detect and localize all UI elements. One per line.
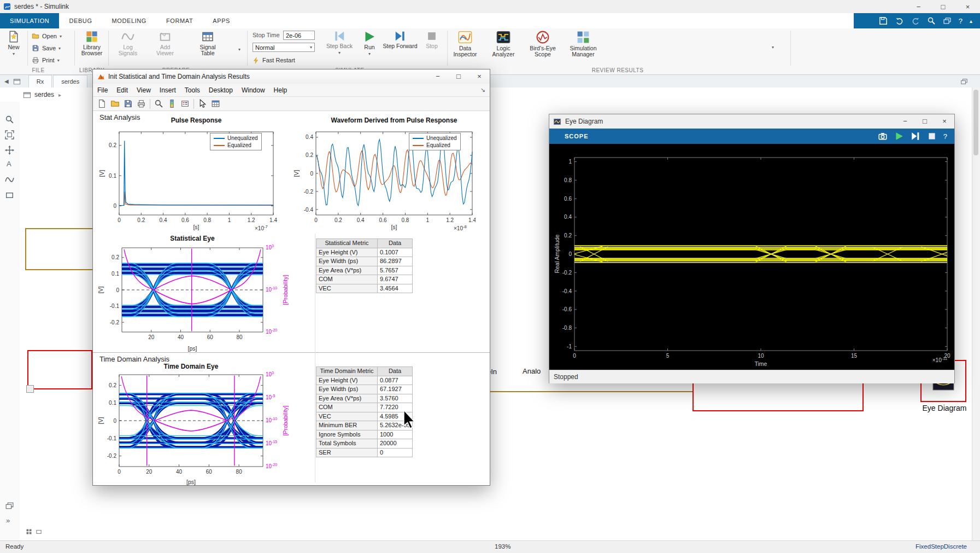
signal-line[interactable] (489, 391, 693, 392)
zoom-tool-icon[interactable] (154, 99, 163, 108)
menu-window[interactable]: Window (242, 86, 265, 94)
minimize-button[interactable]: − (906, 0, 931, 13)
maximize-button[interactable]: □ (931, 0, 955, 13)
table-cell[interactable]: 0 (378, 449, 413, 458)
menu-desktop[interactable]: Desktop (209, 86, 233, 94)
save-icon[interactable] (878, 16, 888, 26)
dialog-close-button[interactable]: × (469, 69, 490, 83)
new-button[interactable]: New ▾ (2, 30, 25, 56)
new-figure-icon[interactable] (97, 99, 107, 108)
scope-run-icon[interactable] (894, 131, 904, 141)
pointer-tool-icon[interactable] (198, 99, 207, 108)
scope-close-button[interactable]: × (935, 114, 954, 127)
open-file-icon[interactable] (110, 99, 120, 108)
table-cell[interactable]: COM (316, 275, 378, 284)
save-button[interactable]: Save ▾ (32, 43, 61, 53)
table-cell[interactable]: Eye Width (ps) (316, 385, 378, 394)
table-cell[interactable]: Eye Area (V*ps) (316, 266, 378, 276)
annotation-icon[interactable]: A (7, 160, 11, 168)
table-cell[interactable]: VEC (316, 284, 378, 294)
undo-icon[interactable] (895, 16, 904, 25)
scope-minimize-button[interactable]: − (895, 114, 915, 127)
table-cell[interactable]: Eye Width (ps) (316, 257, 378, 266)
prepare-gallery-caret-icon[interactable]: ▾ (238, 47, 240, 52)
table-cell[interactable]: Eye Height (V) (316, 248, 378, 258)
table-row[interactable]: Eye Area (V*ps)3.5760 (316, 394, 413, 404)
simulation-manager-button[interactable]: Simulation Manager (566, 30, 600, 57)
table-cell[interactable]: Ignore Symbols (316, 430, 378, 440)
table-cell[interactable]: 20000 (378, 439, 413, 449)
table-cell[interactable]: Minimum BER (316, 421, 378, 430)
menu-view[interactable]: View (137, 86, 151, 94)
step-forward-button[interactable]: Step Forward (383, 30, 418, 49)
data-table-icon[interactable] (211, 99, 220, 108)
table-cell[interactable]: 86.2897 (378, 257, 413, 266)
nav-back-icon[interactable]: ◀ (4, 78, 9, 84)
expand-chevrons-icon[interactable]: » (6, 516, 10, 525)
fit-to-view-icon[interactable] (5, 130, 14, 139)
insert-colorbar-icon[interactable] (167, 99, 177, 108)
ribbon-more-caret-icon[interactable]: ▾ (772, 45, 774, 50)
close-button[interactable]: × (955, 0, 980, 13)
signal-table-button[interactable]: Signal Table (192, 30, 223, 56)
tab-list-icon[interactable] (960, 78, 968, 85)
doc-tab-rx[interactable]: Rx (28, 75, 52, 88)
log-signals-button[interactable]: Log Signals (114, 30, 142, 56)
library-browser-button[interactable]: Library Browser (78, 30, 106, 56)
table-cell[interactable]: 1000 (378, 430, 413, 440)
stop-button[interactable]: Stop (421, 30, 443, 49)
insert-legend-icon[interactable] (180, 99, 190, 108)
table-cell[interactable]: COM (316, 403, 378, 412)
menu-edit[interactable]: Edit (116, 86, 128, 94)
scope-help-icon[interactable]: ? (943, 132, 948, 141)
tab-simulation[interactable]: SIMULATION (0, 13, 59, 28)
print-figure-icon[interactable] (137, 99, 146, 108)
solver-name[interactable]: FixedStepDiscrete (916, 543, 967, 550)
menu-tools[interactable]: Tools (185, 86, 200, 94)
table-cell[interactable]: 9.6747 (378, 275, 413, 284)
search-icon[interactable] (927, 16, 936, 25)
table-row[interactable]: Total Symbols20000 (316, 439, 413, 449)
table-row[interactable]: SER0 (316, 449, 413, 458)
logic-analyzer-button[interactable]: Logic Analyzer (489, 30, 518, 57)
table-cell[interactable]: VEC (316, 412, 378, 422)
tab-debug[interactable]: DEBUG (59, 13, 102, 28)
run-button[interactable]: Run ▾ (359, 30, 380, 56)
table-row[interactable]: Eye Height (V)0.0877 (316, 376, 413, 386)
pan-icon[interactable] (5, 145, 14, 155)
table-row[interactable]: Minimum BER5.2632e-05 (316, 421, 413, 430)
table-row[interactable]: Eye Width (ps)67.1927 (316, 385, 413, 394)
menu-file[interactable]: File (97, 86, 108, 94)
canvas-badge-icon[interactable] (35, 528, 43, 535)
scope-stop-icon[interactable] (927, 131, 937, 141)
block-badge-icon[interactable] (26, 385, 34, 393)
menu-insert[interactable]: Insert (160, 86, 176, 94)
table-cell[interactable]: Eye Area (V*ps) (316, 394, 378, 404)
area-icon[interactable] (5, 190, 14, 200)
help-icon[interactable]: ? (959, 17, 963, 25)
canvas-shortcut-icon[interactable] (25, 528, 33, 535)
tab-modeling[interactable]: MODELING (102, 13, 156, 28)
table-row[interactable]: VEC4.5985 (316, 412, 413, 422)
redo-icon[interactable] (911, 16, 920, 25)
stop-time-input[interactable] (283, 31, 315, 40)
table-cell[interactable]: 3.4564 (378, 284, 413, 294)
table-row[interactable]: Eye Width (ps)86.2897 (316, 257, 413, 266)
dock-figure-icon[interactable]: ↘ (480, 86, 485, 94)
tab-apps[interactable]: APPS (203, 13, 240, 28)
table-cell[interactable]: SER (316, 449, 378, 458)
table-cell[interactable]: Total Symbols (316, 439, 378, 449)
table-cell[interactable]: 0.1007 (378, 248, 413, 258)
dialog-maximize-button[interactable]: □ (448, 69, 469, 83)
print-button[interactable]: Print ▾ (32, 55, 60, 65)
model-browser-icon[interactable] (5, 501, 14, 510)
table-cell[interactable]: 3.5760 (378, 394, 413, 404)
table-row[interactable]: Ignore Symbols1000 (316, 430, 413, 440)
table-cell[interactable]: 5.7657 (378, 266, 413, 276)
canvas-vertical-scrollbar[interactable] (972, 88, 980, 540)
menu-help[interactable]: Help (274, 86, 287, 94)
fast-restart-button[interactable]: Fast Restart (253, 55, 295, 65)
table-row[interactable]: VEC3.4564 (316, 284, 413, 294)
table-row[interactable]: COM9.6747 (316, 275, 413, 284)
table-cell[interactable]: 67.1927 (378, 385, 413, 394)
